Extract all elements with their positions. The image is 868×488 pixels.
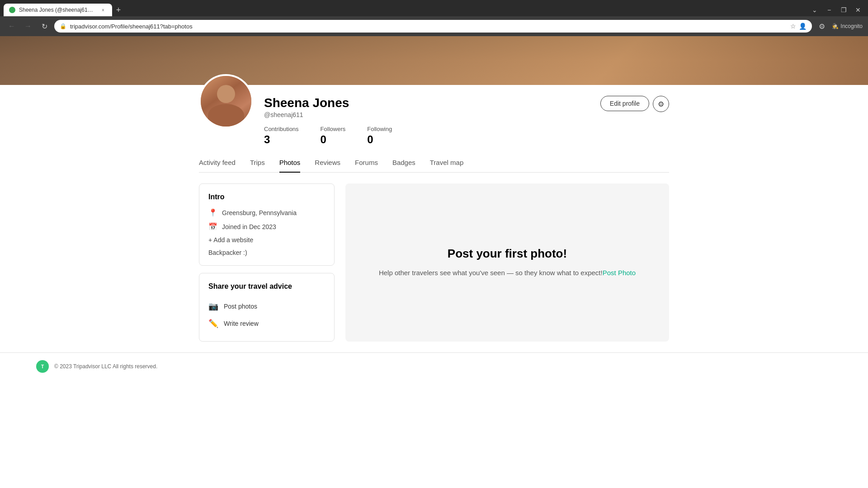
refresh-button[interactable]: ↻ <box>38 20 51 33</box>
gear-icon: ⚙ <box>658 100 664 108</box>
profile-actions: Edit profile ⚙ <box>600 92 669 112</box>
main-content: Intro 📍 Greensburg, Pennsylvania 📅 Joine… <box>163 173 705 352</box>
photo-area-description: Help other travelers see what you've see… <box>379 268 636 278</box>
page: Sheena Jones @sheenaj611 Contributions 3… <box>0 36 868 488</box>
following-label: Following <box>367 126 392 132</box>
footer-copyright: © 2023 Tripadvisor LLC All rights reserv… <box>54 363 157 370</box>
photo-area-title: Post your first photo! <box>448 247 567 261</box>
profile-icon[interactable]: 👤 <box>799 23 807 30</box>
maximize-button[interactable]: ❐ <box>837 4 850 16</box>
contributions-stat: Contributions 3 <box>264 126 299 146</box>
joined-item: 📅 Joined in Dec 2023 <box>208 222 325 231</box>
intro-card: Intro 📍 Greensburg, Pennsylvania 📅 Joine… <box>199 183 335 266</box>
write-review-item[interactable]: ✏️ Write review <box>208 315 325 332</box>
profile-username: @sheenaj611 <box>264 111 600 118</box>
location-icon: 📍 <box>208 208 217 217</box>
share-advice-title: Share your travel advice <box>208 282 325 291</box>
avatar-image <box>201 76 251 127</box>
share-advice-card: Share your travel advice 📷 Post photos ✏… <box>199 273 335 342</box>
post-photos-label: Post photos <box>224 303 257 310</box>
photo-desc-text: Help other travelers see what you've see… <box>379 269 603 277</box>
stats-row: Contributions 3 Followers 0 Following 0 <box>264 126 600 146</box>
active-tab[interactable]: Sheena Jones (@sheenaj611) - T... × <box>4 4 112 16</box>
nav-right-buttons: ⚙ <box>816 20 828 33</box>
incognito-icon: 🕵 <box>832 23 839 29</box>
forward-button[interactable]: → <box>22 20 34 33</box>
contributions-value: 3 <box>264 133 299 146</box>
window-controls: ⌄ − ❐ ✕ <box>808 4 864 16</box>
tab-photos[interactable]: Photos <box>279 153 301 173</box>
tab-travel-map[interactable]: Travel map <box>430 153 463 173</box>
incognito-badge: 🕵 Incognito <box>832 23 863 29</box>
contributions-label: Contributions <box>264 126 299 132</box>
profile-header: Sheena Jones @sheenaj611 Contributions 3… <box>199 85 669 146</box>
post-photos-item[interactable]: 📷 Post photos <box>208 298 325 315</box>
edit-profile-button[interactable]: Edit profile <box>600 96 649 111</box>
bio-text: Backpacker :) <box>208 249 325 256</box>
new-tab-button[interactable]: + <box>112 4 125 16</box>
avatar <box>199 74 253 128</box>
following-stat[interactable]: Following 0 <box>367 126 392 146</box>
back-button[interactable]: ← <box>5 20 18 33</box>
calendar-icon: 📅 <box>208 222 217 231</box>
footer-logo: T <box>36 360 49 373</box>
lock-icon: 🔒 <box>60 23 66 29</box>
star-icon[interactable]: ☆ <box>790 23 796 30</box>
tab-badges[interactable]: Badges <box>392 153 415 173</box>
location-item: 📍 Greensburg, Pennsylvania <box>208 208 325 217</box>
hero-banner <box>0 36 868 85</box>
sidebar: Intro 📍 Greensburg, Pennsylvania 📅 Joine… <box>199 183 335 342</box>
following-value: 0 <box>367 133 392 146</box>
profile-section: Sheena Jones @sheenaj611 Contributions 3… <box>163 85 705 173</box>
tab-forums[interactable]: Forums <box>355 153 378 173</box>
url-text: tripadvisor.com/Profile/sheenaj611?tab=p… <box>70 23 787 30</box>
add-website-link[interactable]: + Add a website <box>208 236 253 244</box>
footer: T © 2023 Tripadvisor LLC All rights rese… <box>0 352 868 380</box>
tab-activity-feed[interactable]: Activity feed <box>199 153 236 173</box>
address-bar-icons: ☆ 👤 <box>790 23 807 30</box>
tabs-bar: Activity feed Trips Photos Reviews Forum… <box>199 153 669 173</box>
followers-stat[interactable]: Followers 0 <box>321 126 346 146</box>
photo-area: Post your first photo! Help other travel… <box>345 183 669 342</box>
tab-list-button[interactable]: ⌄ <box>808 4 821 16</box>
minimize-button[interactable]: − <box>823 4 835 16</box>
tab-reviews[interactable]: Reviews <box>315 153 340 173</box>
close-button[interactable]: ✕ <box>852 4 864 16</box>
settings-button[interactable]: ⚙ <box>653 96 669 112</box>
camera-icon: 📷 <box>208 301 218 311</box>
write-review-label: Write review <box>224 320 259 327</box>
extensions-button[interactable]: ⚙ <box>816 20 828 33</box>
address-bar[interactable]: 🔒 tripadvisor.com/Profile/sheenaj611?tab… <box>54 20 812 33</box>
avatar-container <box>199 74 253 128</box>
followers-label: Followers <box>321 126 346 132</box>
intro-title: Intro <box>208 193 325 201</box>
post-photo-link[interactable]: Post Photo <box>603 269 636 277</box>
incognito-label: Incognito <box>840 23 863 29</box>
nav-bar: ← → ↻ 🔒 tripadvisor.com/Profile/sheenaj6… <box>0 16 868 36</box>
location-text: Greensburg, Pennsylvania <box>222 209 297 216</box>
tab-favicon <box>9 7 15 13</box>
followers-value: 0 <box>321 133 346 146</box>
tab-bar: Sheena Jones (@sheenaj611) - T... × + ⌄ … <box>0 0 868 16</box>
browser-chrome: Sheena Jones (@sheenaj611) - T... × + ⌄ … <box>0 0 868 36</box>
joined-text: Joined in Dec 2023 <box>222 223 276 230</box>
profile-info: Sheena Jones @sheenaj611 Contributions 3… <box>264 92 600 146</box>
write-icon: ✏️ <box>208 319 218 328</box>
profile-name: Sheena Jones <box>264 96 600 110</box>
tab-trips[interactable]: Trips <box>250 153 265 173</box>
tab-close-button[interactable]: × <box>99 6 107 14</box>
tab-title: Sheena Jones (@sheenaj611) - T... <box>19 7 96 13</box>
add-website-item[interactable]: + Add a website <box>208 236 325 244</box>
